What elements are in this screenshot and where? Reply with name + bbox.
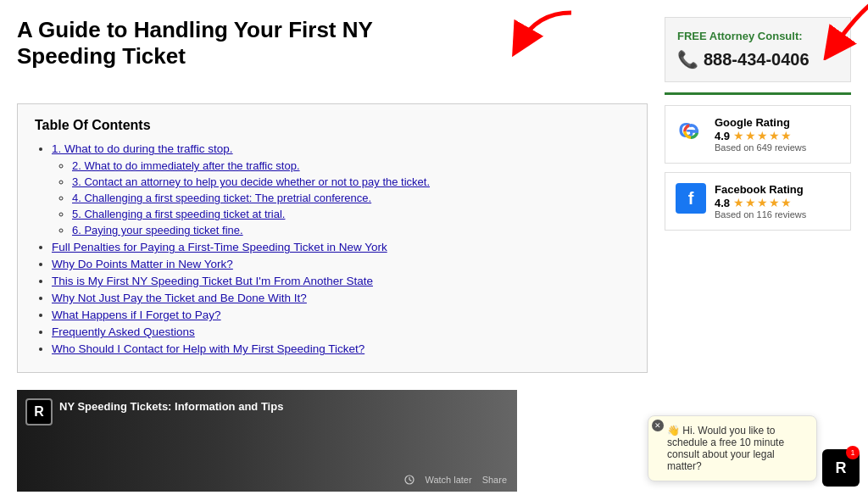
chat-message: 👋 Hi. Would you like to schedule a free …	[659, 425, 806, 472]
video-share[interactable]: Share	[482, 475, 507, 485]
toc-sub-list: 2. What to do immediately after the traf…	[52, 159, 630, 236]
toc-item: What Happens if I Forget to Pay?	[52, 308, 630, 321]
facebook-rating-info: Facebook Rating 4.8 ★★★★★ Based on 116 r…	[715, 183, 806, 220]
svg-rect-7	[690, 130, 698, 133]
consult-phone[interactable]: 📞 888-434-0406	[677, 49, 838, 70]
svg-line-3	[409, 480, 412, 481]
video-controls: Watch later Share	[404, 475, 507, 485]
toc-sub-item: 6. Paying your speeding ticket fine.	[72, 223, 630, 236]
chat-notification-badge: 1	[846, 446, 860, 459]
video-thumbnail[interactable]: R NY Speeding Tickets: Information and T…	[17, 390, 517, 492]
toc-sub-item: 4. Challenging a first speeding ticket: …	[72, 191, 630, 204]
toc-link[interactable]: Frequently Asked Questions	[52, 325, 195, 338]
toc-link[interactable]: Why Do Points Matter in New York?	[52, 258, 233, 270]
facebook-rating-score: 4.8	[715, 197, 730, 209]
google-rating-based: Based on 649 reviews	[715, 142, 806, 153]
video-title: NY Speeding Tickets: Information and Tip…	[59, 400, 283, 413]
toc-link[interactable]: This is My First NY Speeding Ticket But …	[52, 275, 373, 287]
video-clock-icon	[404, 475, 415, 485]
toc-sub-item: 2. What to do immediately after the traf…	[72, 159, 630, 172]
facebook-rating-name: Facebook Rating	[715, 183, 806, 196]
toc-item: This is My First NY Speeding Ticket But …	[52, 274, 630, 287]
chat-close-button[interactable]: ✕	[652, 420, 664, 431]
facebook-rating-card: f Facebook Rating 4.8 ★★★★★ Based on 116…	[665, 172, 851, 231]
facebook-icon: f	[676, 183, 706, 214]
toc-link[interactable]: Full Penalties for Paying a First-Time S…	[52, 241, 387, 253]
toc-title: Table Of Contents	[35, 118, 630, 133]
video-watch-later[interactable]: Watch later	[425, 475, 471, 485]
toc-sub-link[interactable]: 4. Challenging a first speeding ticket: …	[72, 192, 371, 204]
consult-label: FREE Attorney Consult:	[677, 30, 838, 42]
google-rating-info: Google Rating 4.9 ★★★★★ Based on 649 rev…	[715, 116, 806, 153]
green-divider	[665, 92, 851, 95]
consult-box: FREE Attorney Consult: 📞 888-434-0406	[665, 17, 851, 82]
google-rating-score: 4.9	[715, 130, 730, 142]
toc-sub-item: 3. Contact an attorney to help you decid…	[72, 175, 630, 188]
toc-sub-link[interactable]: 5. Challenging a first speeding ticket a…	[72, 208, 285, 220]
toc-link[interactable]: Who Should I Contact for Help with My Fi…	[52, 342, 364, 355]
toc-sub-link[interactable]: 6. Paying your speeding ticket fine.	[72, 224, 243, 236]
chat-bubble: ✕ 👋 Hi. Would you like to schedule a fre…	[648, 415, 817, 481]
page-title-line1: A Guide to Handling Your First NY	[17, 17, 373, 42]
toc-sub-link[interactable]: 3. Contact an attorney to help you decid…	[72, 175, 430, 188]
page-title-line2: Speeding Ticket	[17, 43, 186, 69]
facebook-stars: ★★★★★	[733, 196, 793, 209]
google-icon: G	[676, 116, 706, 147]
toc-item: 1. What to do during the traffic stop.2.…	[52, 142, 630, 236]
toc-item: Full Penalties for Paying a First-Time S…	[52, 240, 630, 253]
toc-link[interactable]: Why Not Just Pay the Ticket and Be Done …	[52, 292, 307, 304]
facebook-rating-based: Based on 116 reviews	[715, 209, 806, 220]
toc-link[interactable]: 1. What to do during the traffic stop.	[52, 142, 233, 155]
toc-list: 1. What to do during the traffic stop.2.…	[35, 142, 630, 355]
main-content: A Guide to Handling Your First NY Speedi…	[17, 17, 648, 492]
toc-link[interactable]: What Happens if I Forget to Pay?	[52, 309, 221, 321]
chat-logo-letter: R	[836, 459, 847, 477]
toc-sub-item: 5. Challenging a first speeding ticket a…	[72, 207, 630, 220]
toc-item: Why Not Just Pay the Ticket and Be Done …	[52, 291, 630, 304]
phone-icon: 📞	[677, 49, 698, 70]
page-title: A Guide to Handling Your First NY Speedi…	[17, 17, 648, 70]
toc-item: Frequently Asked Questions	[52, 325, 630, 338]
phone-number[interactable]: 888-434-0406	[704, 50, 810, 70]
google-stars: ★★★★★	[733, 129, 793, 142]
toc-sub-link[interactable]: 2. What to do immediately after the traf…	[72, 159, 300, 172]
google-rating-name: Google Rating	[715, 116, 806, 129]
toc-item: Who Should I Contact for Help with My Fi…	[52, 342, 630, 355]
toc-box: Table Of Contents 1. What to do during t…	[17, 103, 648, 373]
google-rating-card: G Google Rating 4.9 ★★★★★ Based on 649 r…	[665, 105, 851, 164]
video-logo: R	[25, 398, 53, 425]
toc-item: Why Do Points Matter in New York?	[52, 257, 630, 270]
